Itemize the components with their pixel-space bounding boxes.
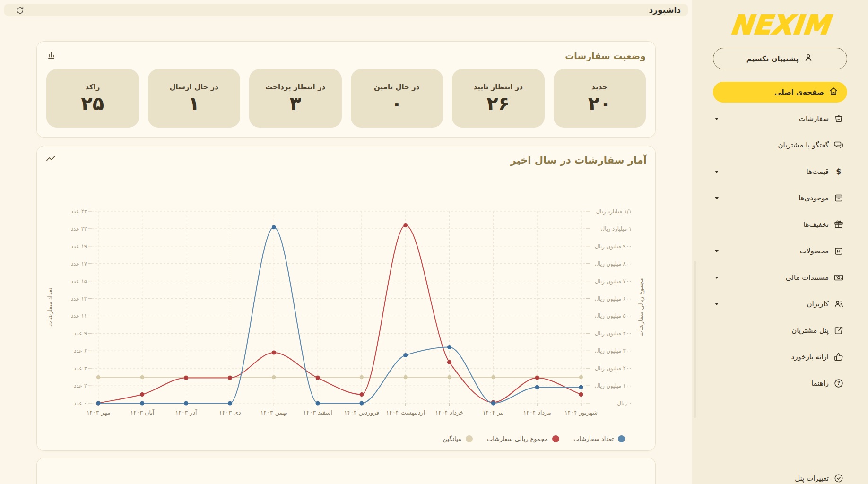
svg-text:مجموع ریالی سفارشات: مجموع ریالی سفارشات [637,278,645,337]
status-tile-stagnant: راکد ۲۵ [46,69,139,128]
line-chart-icon [45,154,57,167]
chevron-down-icon [715,197,719,201]
svg-text:۱ میلیارد ریال: ۱ میلیارد ریال [601,225,632,233]
sidebar-item-orders[interactable]: سفارشات [713,105,847,132]
svg-text:۱۹ عدد: ۱۹ عدد [71,243,87,250]
svg-text:۱۰۰ میلیون ریال: ۱۰۰ میلیون ریال [595,382,632,389]
tile-value: ۲۵ [81,93,104,114]
content: وضعیت سفارشات جدید ۲۰ در انتظار تایید ۲۶… [0,18,692,484]
tile-label: در حال تامین [374,83,419,91]
legend-item-rial-total[interactable]: مجموع ریالی سفارشات [487,435,559,442]
sidebar-item-customer-chat[interactable]: گفتگو با مشتریان [713,132,847,158]
svg-text:?: ? [837,380,840,386]
svg-text:دی ۱۴۰۳: دی ۱۴۰۳ [219,409,241,416]
page-title: داشبورد [649,5,681,15]
sidebar-item-financial-docs[interactable]: مستندات مالی [713,264,847,291]
svg-text:۲ عدد: ۲ عدد [74,382,87,389]
orders-status-card: وضعیت سفارشات جدید ۲۰ در انتظار تایید ۲۶… [36,41,656,138]
svg-text:مهر ۱۴۰۳: مهر ۱۴۰۳ [87,409,110,416]
status-tile-supplying: در حال تامین ۰ [351,69,443,128]
orders-chart-svg[interactable]: ۰ عدد۰ ریال۲ عدد۱۰۰ میلیون ریال۴ عدد۲۰۰ … [46,173,647,432]
svg-text:۲۰۰ میلیون ریال: ۲۰۰ میلیون ریال [595,365,632,372]
legend-dot-blue [618,435,625,442]
svg-text:۱۳ عدد: ۱۳ عدد [71,295,87,302]
svg-text:۶ عدد: ۶ عدد [74,347,87,354]
legend-label: مجموع ریالی سفارشات [487,435,548,442]
svg-text:اردیبهشت ۱۴۰۴: اردیبهشت ۱۴۰۴ [386,409,425,416]
sidebar-item-label: پنل مشتریان [791,326,829,335]
svg-text:فروردین ۱۴۰۴: فروردین ۱۴۰۴ [344,409,379,416]
inventory-icon [833,192,844,204]
sidebar-item-inventory[interactable]: موجودی‌ها [713,185,847,211]
svg-text:۸۰۰ میلیون ریال: ۸۰۰ میلیون ریال [595,260,632,268]
sidebar-item-label: راهنما [811,379,829,388]
sidebar-item-label: گفتگو با مشتریان [778,141,829,149]
sidebar-item-feedback[interactable]: ارائه بازخورد [713,344,847,370]
status-tile-awaiting-approval: در انتظار تایید ۲۶ [452,69,545,128]
sidebar-item-home[interactable]: صفحه‌ی اصلی [713,82,847,103]
sidebar-item-products[interactable]: محصولات [713,238,847,264]
home-icon [828,86,839,98]
dollar-icon: $ [833,166,844,177]
sidebar-item-customer-panel[interactable]: پنل مشتریان [713,317,847,344]
chevron-down-icon [715,250,719,254]
sidebar-item-label: موجودی‌ها [799,194,829,202]
status-tile-shipping: در حال ارسال ۱ [148,69,241,128]
legend-label: تعداد سفارشات [573,435,614,442]
thumbs-up-icon [833,351,844,363]
svg-text:آذر ۱۴۰۳: آذر ۱۴۰۳ [175,409,197,416]
bar-chart-icon [46,49,58,62]
chevron-down-icon [715,277,719,281]
sidebar-item-panel-changes[interactable]: تغییرات پنل [713,465,847,484]
support-button[interactable]: پشتیبان نکسیم [713,48,847,69]
svg-text:بهمن ۱۴۰۳: بهمن ۱۴۰۳ [260,409,287,416]
svg-text:۲۴ عدد: ۲۴ عدد [71,208,87,215]
sidebar-item-prices[interactable]: $ قیمت‌ها [713,158,847,185]
refresh-icon[interactable] [13,4,26,16]
tile-label: راکد [85,83,100,91]
support-label: پشتیبان نکسیم [746,54,799,63]
sidebar-item-users[interactable]: کاربران [713,291,847,317]
legend-label: میانگین [443,435,461,442]
status-tile-new: جدید ۲۰ [554,69,646,128]
tile-value: ۰ [391,93,402,114]
sidebar-item-label: کاربران [807,300,829,308]
nexim-logo[interactable]: NEXIM [712,9,849,40]
svg-text:مرداد ۱۴۰۴: مرداد ۱۴۰۴ [523,409,551,416]
sidebar-nav: سفارشات گفتگو با مشتریان $ قیمت‌ها موجود… [713,105,847,397]
sidebar-scrollbar[interactable] [694,261,696,418]
tile-value: ۲۶ [486,93,510,114]
help-icon: ? [833,378,844,389]
legend-item-average[interactable]: میانگین [443,435,472,442]
svg-text:۱۱ عدد: ۱۱ عدد [71,312,87,319]
svg-text:تیر ۱۴۰۴: تیر ۱۴۰۴ [483,409,504,416]
tile-label: در انتظار تایید [474,83,523,91]
svg-text:۱/۱ میلیارد ریال: ۱/۱ میلیارد ریال [596,208,632,215]
svg-text:۱۷ عدد: ۱۷ عدد [71,260,87,267]
legend-dot-red [552,435,559,442]
svg-text:۰ ریال: ۰ ریال [617,400,632,407]
svg-text:۴۰۰ میلیون ریال: ۴۰۰ میلیون ریال [595,330,632,337]
svg-text:۶۰۰ میلیون ریال: ۶۰۰ میلیون ریال [595,295,632,302]
svg-text:خرداد ۱۴۰۴: خرداد ۱۴۰۴ [435,409,464,416]
svg-text:۱۵ عدد: ۱۵ عدد [71,278,87,285]
person-icon [803,52,814,65]
external-link-icon [833,325,844,336]
legend-item-order-count[interactable]: تعداد سفارشات [573,435,625,442]
chevron-down-icon [715,171,719,175]
financial-doc-icon [833,272,844,283]
svg-text:۳۰۰ میلیون ریال: ۳۰۰ میلیون ریال [595,347,632,354]
sidebar: NEXIM پشتیبان نکسیم صفحه‌ی اصلی سفارشات … [692,0,868,484]
next-card-partial [36,458,656,484]
sidebar-item-label: صفحه‌ی اصلی [774,88,824,96]
sidebar-item-help[interactable]: ? راهنما [713,370,847,397]
orders-chart-title: آمار سفارشات در سال اخیر [511,155,647,166]
tile-label: در حال ارسال [170,83,218,91]
svg-text:تعداد سفارشات: تعداد سفارشات [46,288,54,327]
sidebar-item-discounts[interactable]: تخفیف‌ها [713,211,847,238]
basket-icon [833,113,844,124]
svg-text:۲۲ عدد: ۲۲ عدد [71,225,87,232]
orders-chart-card: آمار سفارشات در سال اخیر ۰ عدد۰ ریال۲ عد… [36,146,656,451]
tile-label: در انتظار پرداخت [265,83,325,91]
svg-text:۷۰۰ میلیون ریال: ۷۰۰ میلیون ریال [595,278,632,285]
